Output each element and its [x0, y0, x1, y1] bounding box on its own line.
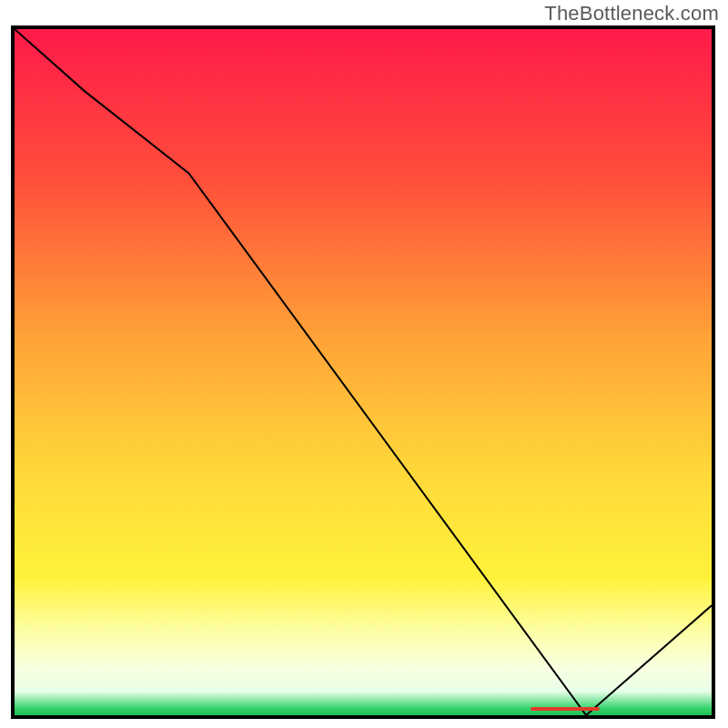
chart-curve: [15, 29, 712, 715]
watermark-text: TheBottleneck.com: [544, 2, 719, 25]
chart-plot-area: [11, 25, 715, 719]
chart-minimum-marker: [531, 707, 601, 711]
